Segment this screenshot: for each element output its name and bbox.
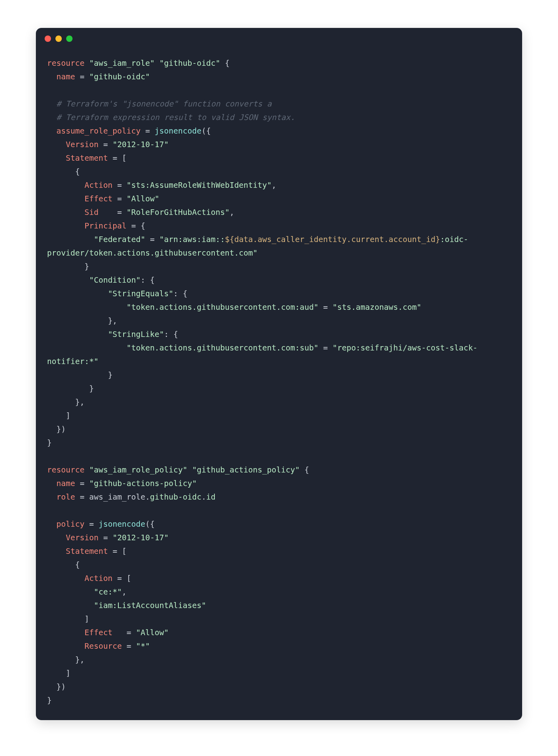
string: "*" xyxy=(136,642,150,651)
interpolation: ${data.aws_caller_identity.current.accou… xyxy=(225,235,440,244)
equals: = xyxy=(318,303,332,312)
key: "token.actions.githubusercontent.com:aud… xyxy=(127,303,318,312)
equals: = xyxy=(98,208,126,217)
keyword-resource: resource xyxy=(47,59,84,68)
attr-effect: Effect xyxy=(84,194,112,203)
bracket: = [ xyxy=(108,547,127,556)
string: "github-actions-policy" xyxy=(89,479,197,488)
brace: } xyxy=(89,384,94,393)
comma: , xyxy=(122,587,127,597)
attr-effect: Effect xyxy=(84,628,112,637)
attr-policy: policy xyxy=(56,520,84,529)
colon-brace: : { xyxy=(173,289,187,298)
key-stringequals: "StringEquals" xyxy=(108,289,173,298)
attr-version: Version xyxy=(66,140,98,149)
bracket: ] xyxy=(84,614,89,624)
string: "2012-10-17" xyxy=(112,140,169,149)
string: "arn:aws:iam:: xyxy=(159,235,225,244)
equals: = xyxy=(112,628,136,637)
attr-resource: Resource xyxy=(84,642,122,651)
ref: id xyxy=(206,492,215,502)
attr-name: name xyxy=(56,72,75,81)
bracket: ] xyxy=(66,669,71,678)
attr-action: Action xyxy=(84,574,112,583)
attr-sid: Sid xyxy=(84,208,98,217)
brace: } xyxy=(108,370,113,380)
attr-action: Action xyxy=(84,181,112,190)
brace: { xyxy=(220,59,229,68)
key-federated: "Federated" xyxy=(94,235,145,244)
string: "github-oidc" xyxy=(89,72,150,81)
string: "iam:ListAccountAliases" xyxy=(94,601,206,610)
equals: = xyxy=(112,194,126,203)
attr-version: Version xyxy=(66,533,98,542)
resource-name: "github-oidc" xyxy=(159,59,220,68)
bracket: = [ xyxy=(108,154,127,163)
keyword-resource: resource xyxy=(47,465,84,474)
bracket: = [ xyxy=(112,574,131,583)
window-titlebar xyxy=(36,28,522,49)
equals: = xyxy=(84,520,98,529)
string: "2012-10-17" xyxy=(112,533,169,542)
string: "Allow" xyxy=(127,194,159,203)
equals: = xyxy=(75,72,89,81)
brace: }, xyxy=(75,655,84,664)
close-icon[interactable] xyxy=(45,35,51,42)
paren: ({ xyxy=(201,126,210,136)
equals: = xyxy=(98,140,112,149)
brace: = { xyxy=(127,221,145,230)
string: "Allow" xyxy=(136,628,169,637)
equals: = xyxy=(318,343,332,352)
code-window: resource "aws_iam_role" "github-oidc" { … xyxy=(36,28,522,720)
dot: . xyxy=(201,492,206,502)
key-condition: "Condition" xyxy=(89,276,141,285)
dot: . xyxy=(145,492,150,502)
attr-role: role xyxy=(56,492,75,502)
brace: } xyxy=(84,262,89,271)
brace: }, xyxy=(75,398,84,407)
colon-brace: : { xyxy=(141,276,155,285)
equals: = xyxy=(112,181,126,190)
code-block: resource "aws_iam_role" "github-oidc" { … xyxy=(36,49,522,711)
equals: = xyxy=(75,479,89,488)
attr-principal: Principal xyxy=(84,221,127,230)
string: "ce:*" xyxy=(94,587,122,597)
bracket: ] xyxy=(66,411,71,420)
zoom-icon[interactable] xyxy=(66,35,73,42)
comment: # Terraform's "jsonencode" function conv… xyxy=(56,99,271,108)
string: "sts:AssumeRoleWithWebIdentity" xyxy=(127,181,272,190)
brace: } xyxy=(47,438,52,447)
brace: }, xyxy=(108,316,117,325)
resource-name: "github_actions_policy" xyxy=(192,465,300,474)
string: "sts.amazonaws.com" xyxy=(332,303,421,312)
ref: github-oidc xyxy=(150,492,201,502)
attr-statement: Statement xyxy=(66,154,108,163)
colon-brace: : { xyxy=(164,330,178,339)
paren: ({ xyxy=(145,520,155,529)
attr-statement: Statement xyxy=(66,547,108,556)
brace: { xyxy=(300,465,309,474)
attr-name: name xyxy=(56,479,75,488)
brace: } xyxy=(47,696,52,705)
key: "token.actions.githubusercontent.com:sub… xyxy=(127,343,318,352)
equals: = xyxy=(122,642,136,651)
equals: = xyxy=(141,126,155,136)
ref: aws_iam_role xyxy=(89,492,145,502)
string: "RoleForGitHubActions" xyxy=(127,208,230,217)
comma: , xyxy=(272,181,277,190)
paren: }) xyxy=(56,425,65,434)
equals: = xyxy=(98,533,112,542)
resource-type: "aws_iam_role" xyxy=(89,59,155,68)
fn-jsonencode: jsonencode xyxy=(98,520,145,529)
attr-assume-role-policy: assume_role_policy xyxy=(56,126,140,136)
equals: = xyxy=(75,492,89,502)
equals: = xyxy=(145,235,159,244)
key-stringlike: "StringLike" xyxy=(108,330,164,339)
fn-jsonencode: jsonencode xyxy=(155,126,201,136)
resource-type: "aws_iam_role_policy" xyxy=(89,465,188,474)
minimize-icon[interactable] xyxy=(55,35,62,42)
paren: }) xyxy=(56,682,65,691)
brace: { xyxy=(75,167,80,176)
comment: # Terraform expression result to valid J… xyxy=(56,113,295,122)
brace: { xyxy=(75,560,80,569)
